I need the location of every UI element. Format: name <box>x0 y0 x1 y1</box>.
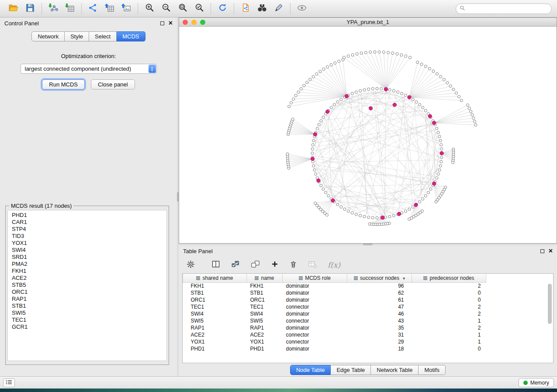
mcds-result-item[interactable]: TEC1 <box>12 316 163 323</box>
mcds-result-item[interactable]: STB1 <box>12 303 163 309</box>
network-canvas[interactable] <box>179 27 557 243</box>
network-window-titlebar[interactable]: YPA_prune.txt_1 <box>179 18 557 27</box>
mcds-result-list[interactable]: PHD1CAR1STP4TID3YOX1SWI4SRD1PMA2FKH1ACE2… <box>7 210 167 361</box>
close-panel-icon[interactable]: × <box>169 21 173 26</box>
table-tab-node-table[interactable]: Node Table <box>290 365 331 375</box>
table-row[interactable]: STB1STB1dominator620 <box>183 289 486 296</box>
export-table-button[interactable] <box>101 2 118 16</box>
mcds-result-item[interactable]: GCR1 <box>12 323 163 330</box>
toggle-visibility-button[interactable] <box>294 2 310 16</box>
export-image-button[interactable] <box>118 2 135 16</box>
table-row[interactable]: SWI5SWI5connector431 <box>183 317 486 324</box>
mcds-result-item[interactable]: PMA2 <box>12 261 163 268</box>
column-header-successor-nodes[interactable]: successor nodes▾ <box>347 274 412 282</box>
column-header-MCDS-role[interactable]: MCDS role <box>283 274 347 282</box>
network-window-title: YPA_prune.txt_1 <box>179 19 557 25</box>
mcds-result-item[interactable]: ACE2 <box>12 275 163 282</box>
vertical-splitter[interactable] <box>177 17 179 376</box>
zoom-out-button[interactable] <box>158 2 174 16</box>
mcds-result-item[interactable]: CAR1 <box>12 219 163 226</box>
zoom-selected-button[interactable] <box>191 2 208 16</box>
table-row[interactable]: YOX1YOX1connector291 <box>183 338 486 345</box>
network-window: YPA_prune.txt_1 <box>179 17 557 244</box>
table-scrollbar[interactable] <box>547 284 552 361</box>
task-history-button[interactable] <box>3 378 15 387</box>
add-column-button[interactable] <box>271 260 279 270</box>
mcds-result-item[interactable]: RAP1 <box>12 296 163 303</box>
float-panel-icon[interactable] <box>160 21 164 25</box>
select-all-button[interactable] <box>231 260 240 270</box>
float-panel-icon[interactable] <box>540 249 544 253</box>
table-row[interactable]: ACE2ACE2connector311 <box>183 331 486 338</box>
scrollbar-thumb[interactable] <box>548 284 552 324</box>
show-columns-button[interactable] <box>211 260 220 270</box>
table-tab-motifs[interactable]: Motifs <box>419 365 446 375</box>
list-menu-icon <box>6 379 12 386</box>
export-network-button[interactable] <box>85 2 101 16</box>
mcds-result-item[interactable]: STP4 <box>12 226 163 233</box>
zoom-fit-button[interactable] <box>174 2 191 16</box>
toolbar-separator <box>138 3 138 14</box>
deselect-all-button[interactable] <box>251 260 260 270</box>
plus-icon <box>271 260 279 270</box>
columns-icon <box>211 260 220 270</box>
column-header-shared-name[interactable]: shared name <box>183 274 247 282</box>
gear-icon <box>187 260 195 270</box>
close-panel-button[interactable]: Close panel <box>91 79 135 89</box>
close-panel-icon[interactable]: × <box>549 248 553 254</box>
horizontal-splitter[interactable] <box>179 244 557 245</box>
mcds-result-item[interactable]: SRD1 <box>12 254 163 261</box>
zoom-out-icon <box>161 3 171 14</box>
mcds-result-item[interactable]: FKH1 <box>12 268 163 275</box>
table-row[interactable]: TEC1TEC1connector472 <box>183 303 486 310</box>
table-settings-button[interactable] <box>187 260 195 270</box>
main-toolbar <box>0 0 557 17</box>
search-network-button[interactable] <box>254 2 270 16</box>
delete-table-button-disabled <box>308 260 317 270</box>
save-session-button[interactable] <box>22 2 38 16</box>
mcds-result-item[interactable]: SWI4 <box>12 247 163 254</box>
table-row[interactable]: SWI4SWI4dominator462 <box>183 310 486 317</box>
refresh-button[interactable] <box>214 2 231 16</box>
close-window-button[interactable] <box>183 20 188 25</box>
mcds-result-item[interactable]: YOX1 <box>12 240 163 247</box>
node-table-grid: shared namenameMCDS rolesuccessor nodes▾… <box>183 274 486 352</box>
search-input[interactable] <box>467 5 548 12</box>
mcds-result-item[interactable]: TID3 <box>12 233 163 240</box>
table-row[interactable]: RAP1RAP1dominator352 <box>183 324 486 331</box>
search-box[interactable] <box>456 3 552 14</box>
tab-mcds[interactable]: MCDS <box>117 31 145 41</box>
table-row[interactable]: FKH1FKH1dominator962 <box>183 282 486 289</box>
minimize-window-button[interactable] <box>191 20 197 25</box>
toolbar-separator <box>42 3 42 14</box>
tab-select[interactable]: Select <box>89 31 117 41</box>
tab-network[interactable]: Network <box>31 31 65 41</box>
table-tab-network-table[interactable]: Network Table <box>371 365 419 375</box>
tab-style[interactable]: Style <box>65 31 89 41</box>
delete-column-button[interactable] <box>289 260 298 270</box>
maximize-window-button[interactable] <box>200 20 205 25</box>
table-header-row: shared namenameMCDS rolesuccessor nodes▾… <box>183 274 486 282</box>
import-table-button[interactable] <box>62 2 78 16</box>
network-graph[interactable] <box>179 27 557 243</box>
open-session-button[interactable] <box>5 2 22 16</box>
table-tab-edge-table[interactable]: Edge Table <box>331 365 371 375</box>
select-all-icon <box>231 260 240 270</box>
column-header-name[interactable]: name <box>247 274 283 282</box>
share-document-button[interactable] <box>237 2 254 16</box>
column-header-predecessor-nodes[interactable]: predecessor nodes <box>412 274 486 282</box>
mcds-result-item[interactable]: PHD1 <box>12 212 163 219</box>
import-network-button[interactable] <box>45 2 62 16</box>
mcds-result-item[interactable]: STB5 <box>12 282 163 289</box>
zoom-in-button[interactable] <box>141 2 158 16</box>
table-row[interactable]: PHD1PHD1dominator180 <box>183 345 486 352</box>
mcds-result-item[interactable]: ORC1 <box>12 289 163 296</box>
splitter-grip-icon <box>363 244 373 245</box>
memory-button[interactable]: Memory <box>519 378 554 387</box>
criterion-select[interactable]: largest connected component (undirected)… <box>21 64 157 74</box>
table-row[interactable]: ORC1ORC1dominator610 <box>183 296 486 303</box>
annotation-button[interactable] <box>270 2 287 16</box>
run-mcds-button[interactable]: Run MCDS <box>42 79 85 89</box>
mcds-result-item[interactable]: SWI5 <box>12 309 163 316</box>
toolbar-separator <box>211 3 211 14</box>
